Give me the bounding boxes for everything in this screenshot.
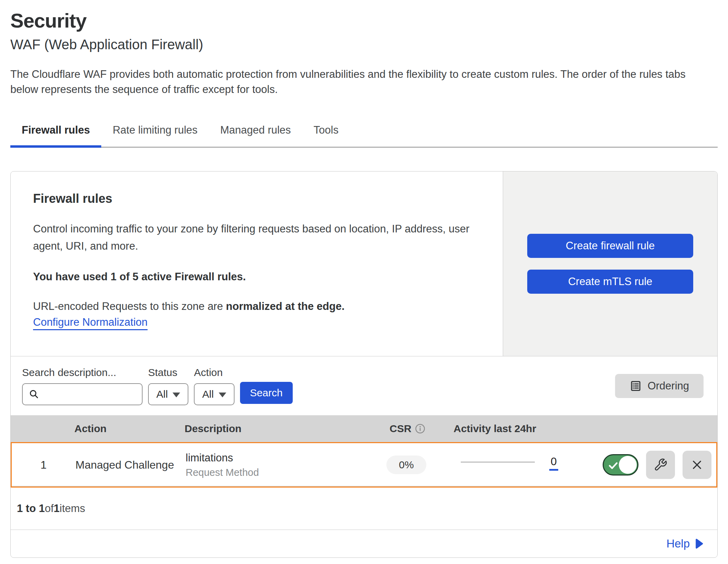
rule-activity-cell: 0 <box>451 456 603 474</box>
header-description: Description <box>185 423 363 435</box>
normalization-note: URL-encoded Requests to this zone are no… <box>33 300 480 313</box>
rule-row[interactable]: 1 Managed Challenge limitations Request … <box>11 442 717 488</box>
page-title: Security <box>10 9 718 32</box>
status-dropdown[interactable]: All <box>148 383 188 405</box>
search-box <box>22 383 143 405</box>
create-actions-panel: Create firewall rule Create mTLS rule <box>503 171 717 356</box>
create-firewall-rule-button[interactable]: Create firewall rule <box>527 234 693 258</box>
rule-expression: Request Method <box>186 467 362 478</box>
activity-sparkline <box>461 462 535 462</box>
configure-normalization-link[interactable]: Configure Normalization <box>33 316 148 328</box>
info-icon[interactable] <box>415 424 425 434</box>
filter-controls: Search description... Status All <box>22 367 293 405</box>
status-filter-group: Status All <box>148 367 188 405</box>
items-word: items <box>60 502 85 515</box>
action-label: Action <box>194 367 234 378</box>
edit-rule-button[interactable] <box>646 451 675 479</box>
normalization-bold: normalized at the edge. <box>226 300 345 312</box>
chevron-down-icon <box>173 393 180 397</box>
tab-firewall-rules[interactable]: Firewall rules <box>10 124 101 147</box>
normalization-prefix: URL-encoded Requests to this zone are <box>33 300 226 312</box>
search-icon <box>28 388 40 400</box>
status-label: Status <box>148 367 188 378</box>
action-filter-group: Action All <box>194 367 234 405</box>
items-total: 1 <box>54 502 60 515</box>
header-csr: CSR <box>363 423 452 435</box>
tab-tools[interactable]: Tools <box>302 124 350 147</box>
page-subtitle: WAF (Web Application Firewall) <box>10 37 718 52</box>
search-button[interactable]: Search <box>240 382 293 404</box>
activity-count-link[interactable]: 0 <box>549 456 558 471</box>
card-overview-section: Firewall rules Control incoming traffic … <box>11 171 717 356</box>
rule-action: Managed Challenge <box>75 459 186 471</box>
create-mtls-rule-button[interactable]: Create mTLS rule <box>527 270 693 294</box>
chevron-down-icon <box>219 393 226 397</box>
waf-tabs: Firewall rules Rate limiting rules Manag… <box>10 124 718 148</box>
search-input[interactable] <box>44 388 136 400</box>
overview-text-block: Firewall rules Control incoming traffic … <box>11 171 503 356</box>
waf-page: Security WAF (Web Application Firewall) … <box>0 9 728 558</box>
header-csr-label: CSR <box>389 423 411 435</box>
tab-rate-limiting-rules[interactable]: Rate limiting rules <box>101 124 209 147</box>
page-intro: The Cloudflare WAF provides both automat… <box>10 67 716 97</box>
items-of: of <box>45 502 54 515</box>
rule-description: limitations <box>186 452 362 464</box>
csr-badge: 0% <box>386 456 426 474</box>
toggle-knob <box>619 456 637 474</box>
action-dropdown[interactable]: All <box>194 383 234 405</box>
help-bar: Help <box>11 530 717 557</box>
usage-summary: You have used 1 of 5 active Firewall rul… <box>33 271 480 283</box>
rule-priority: 1 <box>12 459 75 471</box>
rule-enabled-toggle[interactable] <box>603 454 638 476</box>
rules-table-header: Action Description CSR Activity last 24h… <box>11 415 717 442</box>
search-group: Search description... <box>22 367 143 405</box>
action-dropdown-value: All <box>202 388 214 400</box>
header-action: Action <box>74 423 185 435</box>
rule-description-cell: limitations Request Method <box>186 452 362 478</box>
tab-managed-rules[interactable]: Managed rules <box>209 124 302 147</box>
status-dropdown-value: All <box>156 388 168 400</box>
check-icon <box>607 460 619 471</box>
card-heading: Firewall rules <box>33 191 480 206</box>
items-count: 1 to 1 of 1 items <box>11 488 717 530</box>
search-label: Search description... <box>22 367 143 378</box>
close-icon <box>690 458 704 471</box>
filter-toolbar: Search description... Status All <box>11 356 717 415</box>
help-label: Help <box>666 537 690 550</box>
arrow-right-icon <box>695 539 704 549</box>
ordering-button-label: Ordering <box>647 380 689 392</box>
header-activity: Activity last 24hr <box>452 423 604 435</box>
card-description: Control incoming traffic to your zone by… <box>33 220 480 255</box>
delete-rule-button[interactable] <box>683 451 711 479</box>
rule-csr-cell: 0% <box>362 456 451 474</box>
ordering-list-icon <box>630 380 642 392</box>
ordering-button[interactable]: Ordering <box>615 374 704 398</box>
rule-controls <box>603 451 716 479</box>
firewall-rules-card: Firewall rules Control incoming traffic … <box>10 171 718 558</box>
help-link[interactable]: Help <box>666 537 704 550</box>
wrench-icon <box>654 458 667 472</box>
items-range: 1 to 1 <box>17 502 45 515</box>
